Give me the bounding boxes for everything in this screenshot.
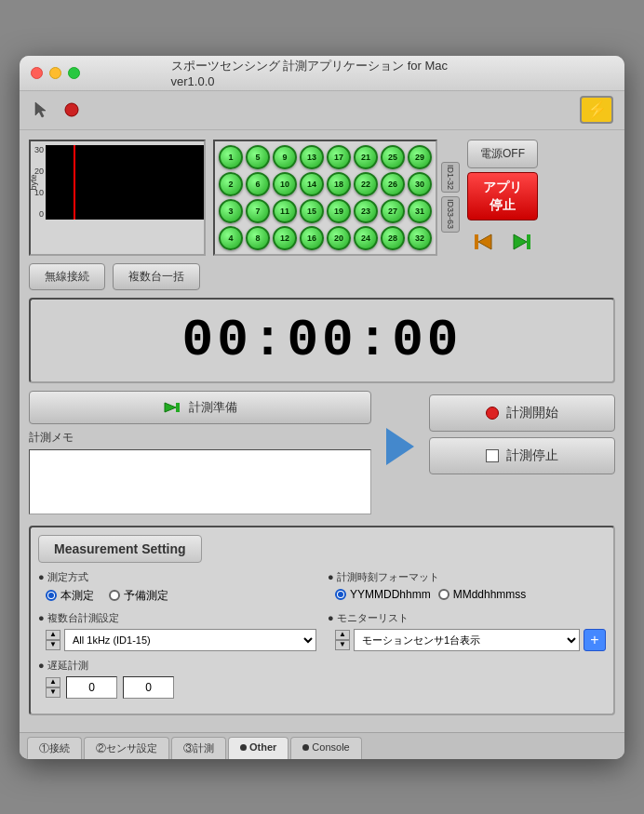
sensor-btn-9[interactable]: 9 <box>273 145 297 169</box>
ms-method-label: ● 測定方式 <box>38 570 316 584</box>
sensor-btn-26[interactable]: 26 <box>381 172 405 196</box>
sensor-btn-6[interactable]: 6 <box>246 172 270 196</box>
bottom-buttons: 無線接続 複数台一括 <box>29 263 615 290</box>
ms-monitor-spinner: ▲ ▼ <box>335 630 350 650</box>
sensor-btn-29[interactable]: 29 <box>408 145 432 169</box>
sensor-row-3: 3 7 11 15 19 23 27 31 <box>219 199 432 223</box>
sensor-btn-1[interactable]: 1 <box>219 145 243 169</box>
lightning-icon: ⚡ <box>586 100 607 120</box>
ms-format-yymm[interactable]: YYMMDDhhmm <box>335 588 431 601</box>
sensor-btn-15[interactable]: 15 <box>300 199 324 223</box>
memo-textarea[interactable] <box>29 449 371 514</box>
ms-delay-spin-down[interactable]: ▼ <box>46 687 60 698</box>
sensor-btn-10[interactable]: 10 <box>273 172 297 196</box>
sensor-btn-23[interactable]: 23 <box>354 199 378 223</box>
sensor-btn-27[interactable]: 27 <box>381 199 405 223</box>
sensor-btn-17[interactable]: 17 <box>327 145 351 169</box>
tab-console[interactable]: Console <box>290 737 361 759</box>
ms-delay-inputs: ▲ ▼ <box>46 676 606 699</box>
ms-monitor-spin-down[interactable]: ▼ <box>335 640 350 650</box>
ms-delay-input1[interactable] <box>66 676 117 699</box>
sensor-btn-2[interactable]: 2 <box>219 172 243 196</box>
ms-method-row: ● 測定方式 本測定 予備測定 ● 計測時刻フォーマット <box>38 570 606 604</box>
nav-arrows <box>467 228 538 256</box>
sensor-btn-32[interactable]: 32 <box>408 226 432 250</box>
ms-delay-spinner: ▲ ▼ <box>46 677 60 698</box>
sensor-btn-22[interactable]: 22 <box>354 172 378 196</box>
sensor-btn-18[interactable]: 18 <box>327 172 351 196</box>
sensor-btn-28[interactable]: 28 <box>381 226 405 250</box>
sensor-btn-19[interactable]: 19 <box>327 199 351 223</box>
ms-multi-select[interactable]: All 1kHz (ID1-15) <box>64 629 316 651</box>
svg-marker-0 <box>35 102 46 117</box>
svg-rect-5 <box>527 234 530 249</box>
sensor-btn-14[interactable]: 14 <box>300 172 324 196</box>
ms-format-mmdd[interactable]: MMddhhmmss <box>438 588 527 601</box>
ms-multi-spin-up[interactable]: ▲ <box>46 630 60 640</box>
sensor-btn-5[interactable]: 5 <box>246 145 270 169</box>
sensor-row-1: 1 5 9 13 17 21 25 29 <box>219 145 432 169</box>
svg-marker-2 <box>478 234 491 249</box>
sensor-row-2: 2 6 10 14 18 22 26 30 <box>219 172 432 196</box>
multi-button[interactable]: 複数台一括 <box>113 263 200 290</box>
measure-stop-button[interactable]: 計測停止 <box>429 437 615 474</box>
sensor-btn-8[interactable]: 8 <box>246 226 270 250</box>
measure-start-label: 計測開始 <box>506 405 558 421</box>
ms-method-radio-group: 本測定 予備測定 <box>46 588 316 604</box>
ms-monitor-spin-up[interactable]: ▲ <box>335 630 350 640</box>
maximize-button[interactable] <box>68 67 80 79</box>
svg-marker-6 <box>165 403 176 412</box>
close-button[interactable] <box>31 67 43 79</box>
record-icon[interactable] <box>60 99 83 121</box>
id-tab-1-32[interactable]: ID1-32 <box>441 162 460 193</box>
ms-multi-spinner: ▲ ▼ <box>46 630 60 650</box>
ms-delay-spin-up[interactable]: ▲ <box>46 677 60 687</box>
sensor-btn-16[interactable]: 16 <box>300 226 324 250</box>
tab-measure[interactable]: ③計測 <box>171 737 226 759</box>
app-stop-button[interactable]: アプリ 停止 <box>467 172 538 220</box>
tab-sensor-settings[interactable]: ②センサ設定 <box>84 737 169 759</box>
id-tab-33-63[interactable]: ID33-63 <box>441 196 460 232</box>
lightning-button[interactable]: ⚡ <box>580 96 613 124</box>
ms-monitor-add-button[interactable]: + <box>584 629 606 651</box>
sensor-btn-31[interactable]: 31 <box>408 199 432 223</box>
sensor-btn-25[interactable]: 25 <box>381 145 405 169</box>
measure-start-button[interactable]: 計測開始 <box>429 394 615 432</box>
sensor-btn-24[interactable]: 24 <box>354 226 378 250</box>
power-off-button[interactable]: 電源OFF <box>467 140 538 168</box>
sensor-btn-4[interactable]: 4 <box>219 226 243 250</box>
ms-monitor-select[interactable]: モーションセンサ1台表示 <box>354 629 580 651</box>
arrow-right-button[interactable] <box>504 228 538 256</box>
graph-canvas <box>46 145 204 220</box>
sensor-btn-20[interactable]: 20 <box>327 226 351 250</box>
ms-delay-input2[interactable] <box>123 676 174 699</box>
ms-multi-spin-down[interactable]: ▼ <box>46 640 60 650</box>
ms-method-yobimeasure[interactable]: 予備測定 <box>109 588 168 604</box>
sensor-btn-11[interactable]: 11 <box>273 199 297 223</box>
tab-connect[interactable]: ①接続 <box>27 737 82 759</box>
prep-button[interactable]: 計測準備 <box>29 391 371 424</box>
radio-yobimeasure-icon <box>109 590 120 601</box>
radio-yymm-icon <box>335 589 346 600</box>
ms-method-honmeasure-label: 本測定 <box>60 588 94 604</box>
tab-other[interactable]: Other <box>228 737 288 759</box>
cursor-icon[interactable] <box>31 99 53 121</box>
graph-ytick-0: 0 <box>34 209 44 219</box>
middle-section: 計測準備 計測メモ 計測開始 計測停止 <box>29 391 615 518</box>
sensor-btn-21[interactable]: 21 <box>354 145 378 169</box>
sensor-btn-13[interactable]: 13 <box>300 145 324 169</box>
stop-checkbox-icon <box>486 449 499 462</box>
ms-method-honmeasure[interactable]: 本測定 <box>46 588 94 604</box>
triangle-icon <box>386 428 414 465</box>
ms-multi-row: ● 複数台計測設定 ▲ ▼ All 1kHz (ID1-15) ● モニターリス… <box>38 611 606 651</box>
sensor-btn-12[interactable]: 12 <box>273 226 297 250</box>
arrow-left-button[interactable] <box>467 228 501 256</box>
ms-monitor-col: ● モニターリスト ▲ ▼ モーションセンサ1台表示 + <box>328 611 606 651</box>
sensor-btn-7[interactable]: 7 <box>246 199 270 223</box>
sensor-btn-30[interactable]: 30 <box>408 172 432 196</box>
connect-button[interactable]: 無線接続 <box>29 263 105 290</box>
titlebar: スポーツセンシング 計測アプリケーション for Mac ver1.0.0 <box>20 56 624 91</box>
graph-area: 30 20 10 0 byte <box>29 140 206 256</box>
sensor-btn-3[interactable]: 3 <box>219 199 243 223</box>
minimize-button[interactable] <box>49 67 61 79</box>
